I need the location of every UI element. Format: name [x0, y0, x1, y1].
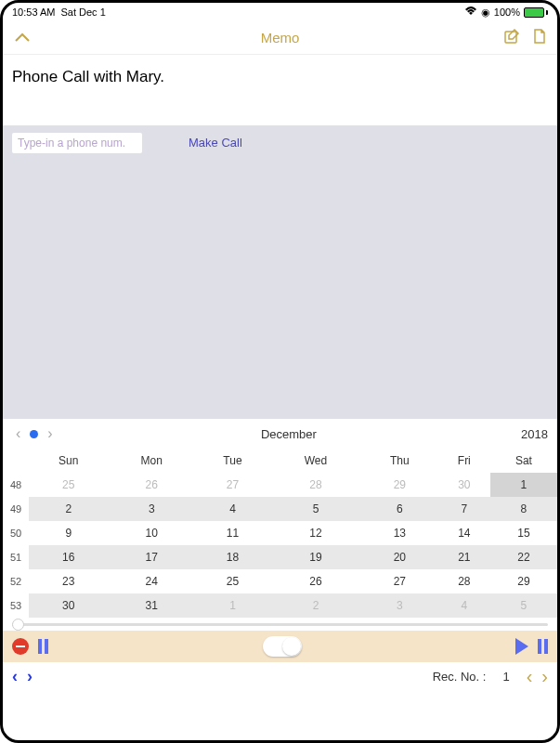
- rec-number-label: Rec. No. :: [433, 670, 487, 684]
- calendar-day[interactable]: 15: [490, 521, 557, 545]
- calendar-day[interactable]: 18: [195, 545, 270, 569]
- compose-icon[interactable]: [503, 28, 520, 48]
- calendar-day[interactable]: 12: [270, 521, 361, 545]
- rec-prev-icon[interactable]: ‹: [527, 666, 533, 687]
- calendar-day[interactable]: 7: [438, 497, 490, 521]
- calendar-day[interactable]: 27: [195, 473, 270, 497]
- cal-day-header: Thu: [361, 449, 438, 473]
- week-number: 52: [3, 569, 29, 593]
- cal-day-header: Tue: [195, 449, 270, 473]
- cal-day-header: Sat: [490, 449, 557, 473]
- calendar-day[interactable]: 30: [438, 473, 490, 497]
- calendar: ‹ › December 2018 SunMonTueWedThuFriSat …: [3, 419, 557, 618]
- week-number: 51: [3, 545, 29, 569]
- week-number: 50: [3, 521, 29, 545]
- calendar-day[interactable]: 4: [438, 593, 490, 618]
- calendar-day[interactable]: 27: [361, 569, 438, 593]
- phone-area: Make Call: [3, 125, 557, 419]
- calendar-day[interactable]: 9: [29, 521, 109, 545]
- calendar-grid: SunMonTueWedThuFriSat 482526272829301492…: [3, 449, 557, 618]
- pause-button-right[interactable]: [538, 639, 548, 654]
- calendar-day[interactable]: 29: [490, 569, 557, 593]
- scrub-bar[interactable]: [3, 618, 557, 631]
- play-button[interactable]: [515, 638, 528, 655]
- calendar-day[interactable]: 28: [270, 473, 361, 497]
- week-number: 53: [3, 593, 29, 618]
- calendar-day[interactable]: 29: [361, 473, 438, 497]
- memo-content[interactable]: Phone Call with Mary.: [3, 55, 557, 125]
- calendar-day[interactable]: 17: [109, 545, 195, 569]
- calendar-day[interactable]: 10: [109, 521, 195, 545]
- calendar-day[interactable]: 23: [29, 569, 109, 593]
- week-number: 49: [3, 497, 29, 521]
- page-title: Memo: [261, 30, 300, 46]
- calendar-day[interactable]: 21: [438, 545, 490, 569]
- battery-pct: 100%: [494, 7, 520, 18]
- calendar-day[interactable]: 20: [361, 545, 438, 569]
- calendar-day[interactable]: 1: [490, 473, 557, 497]
- calendar-day[interactable]: 24: [109, 569, 195, 593]
- signal-icon: ◉: [481, 7, 490, 19]
- calendar-day[interactable]: 26: [109, 473, 195, 497]
- nav-bar: Memo: [3, 21, 557, 55]
- media-bar: [3, 631, 557, 662]
- document-icon[interactable]: [533, 28, 546, 48]
- cal-day-header: Mon: [109, 449, 195, 473]
- pause-button-left[interactable]: [38, 639, 48, 654]
- cal-prev-icon[interactable]: ‹: [12, 425, 24, 442]
- phone-input[interactable]: [12, 133, 142, 153]
- cal-day-header: Fri: [438, 449, 490, 473]
- cal-year-label: 2018: [521, 427, 548, 441]
- toggle-switch[interactable]: [263, 636, 302, 657]
- status-date: Sat Dec 1: [60, 7, 105, 18]
- calendar-day[interactable]: 25: [195, 569, 270, 593]
- cal-next-icon[interactable]: ›: [44, 425, 56, 442]
- week-number: 48: [3, 473, 29, 497]
- scrub-thumb[interactable]: [12, 619, 24, 631]
- cal-day-header: Wed: [270, 449, 361, 473]
- nav-first-icon[interactable]: ‹: [12, 667, 18, 686]
- wifi-icon: [464, 7, 477, 18]
- status-bar: 10:53 AM Sat Dec 1 ◉ 100%: [3, 3, 557, 21]
- back-icon[interactable]: [14, 30, 31, 46]
- calendar-day[interactable]: 13: [361, 521, 438, 545]
- calendar-day[interactable]: 31: [109, 593, 195, 618]
- calendar-day[interactable]: 25: [29, 473, 109, 497]
- rec-number-value: 1: [495, 670, 516, 684]
- calendar-day[interactable]: 4: [195, 497, 270, 521]
- calendar-day[interactable]: 28: [438, 569, 490, 593]
- calendar-day[interactable]: 22: [490, 545, 557, 569]
- cal-month-label: December: [57, 427, 521, 441]
- cal-today-dot[interactable]: [30, 430, 38, 438]
- calendar-day[interactable]: 2: [270, 593, 361, 618]
- calendar-day[interactable]: 30: [29, 593, 109, 618]
- nav-next-icon[interactable]: ›: [27, 667, 33, 686]
- calendar-day[interactable]: 26: [270, 569, 361, 593]
- calendar-day[interactable]: 16: [29, 545, 109, 569]
- calendar-day[interactable]: 14: [438, 521, 490, 545]
- record-stop-button[interactable]: [12, 638, 29, 655]
- calendar-day[interactable]: 3: [109, 497, 195, 521]
- calendar-day[interactable]: 5: [490, 593, 557, 618]
- cal-day-header: Sun: [29, 449, 109, 473]
- calendar-day[interactable]: 1: [195, 593, 270, 618]
- calendar-day[interactable]: 11: [195, 521, 270, 545]
- calendar-day[interactable]: 5: [270, 497, 361, 521]
- bottom-bar: ‹ › Rec. No. : 1 ‹ ›: [3, 662, 557, 690]
- status-time: 10:53 AM: [12, 7, 55, 18]
- battery-icon: [524, 7, 548, 18]
- calendar-day[interactable]: 6: [361, 497, 438, 521]
- calendar-day[interactable]: 2: [29, 497, 109, 521]
- rec-next-icon[interactable]: ›: [541, 666, 548, 687]
- calendar-day[interactable]: 8: [490, 497, 557, 521]
- calendar-day[interactable]: 19: [270, 545, 361, 569]
- calendar-day[interactable]: 3: [361, 593, 438, 618]
- make-call-button[interactable]: Make Call: [189, 133, 242, 150]
